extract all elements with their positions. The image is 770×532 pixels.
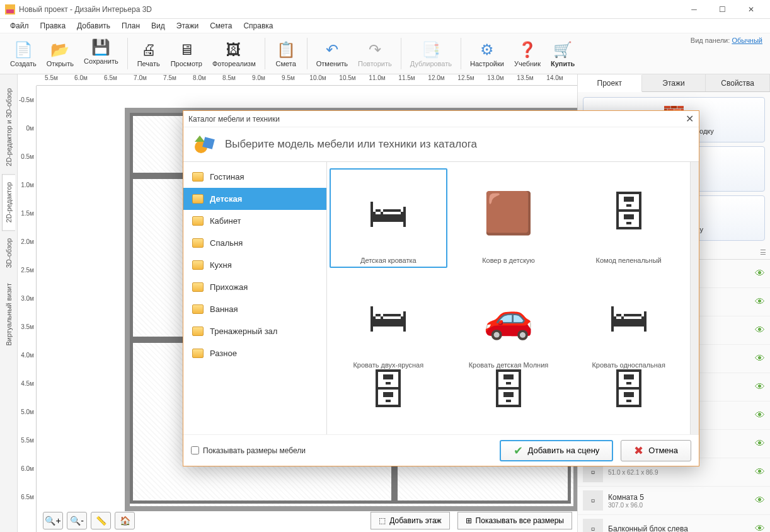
menu-help[interactable]: Справка [238, 20, 278, 32]
category-label: Разное [210, 349, 237, 358]
ruler-horizontal: 5.5м6.0м6.5м7.0м7.5м8.0м8.5м9.0м9.5м10.0… [37, 74, 577, 86]
add-to-scene-button[interactable]: ✔Добавить на сцену [500, 440, 614, 461]
show-sizes-checkbox[interactable]: Показывать размеры мебели [191, 446, 306, 455]
menu-file[interactable]: Файл [5, 20, 34, 32]
cancel-icon: ✖ [634, 444, 643, 458]
visibility-icon[interactable]: 👁 [755, 495, 765, 506]
visibility-icon[interactable]: 👁 [755, 353, 765, 364]
category-item[interactable]: Спальня [183, 232, 326, 254]
tutorial-button[interactable]: ❓Учебник [509, 38, 546, 69]
maximize-button[interactable]: ☐ [708, 0, 737, 19]
tab-floors[interactable]: Этажи [642, 74, 706, 91]
furniture-card[interactable]: 🛏Кровать двух-ярусная [330, 273, 447, 373]
category-item[interactable]: Ванная [183, 298, 326, 320]
open-button[interactable]: 📂Открыть [42, 38, 79, 69]
undo-button[interactable]: ↶Отменить [311, 38, 353, 69]
create-button[interactable]: 📄Создать [5, 38, 42, 69]
show-sizes-button[interactable]: ⊞Показывать все размеры [457, 512, 572, 529]
category-item[interactable]: Кабинет [183, 210, 326, 232]
tab-project[interactable]: Проект [578, 75, 642, 92]
menu-plan[interactable]: План [117, 20, 145, 32]
buy-button[interactable]: 🛒Купить [546, 38, 580, 69]
show-sizes-input[interactable] [191, 446, 199, 454]
furniture-card[interactable]: 🛏Кровать односпальная [570, 273, 687, 373]
vtab-3d[interactable]: 3D-обзор [3, 231, 15, 275]
category-item[interactable]: Прихожая [183, 276, 326, 298]
category-item[interactable]: Разное [183, 342, 326, 364]
item-thumb: ▫ [583, 519, 603, 532]
category-label: Кухня [210, 260, 232, 270]
category-item[interactable]: Тренажерный зал [183, 320, 326, 342]
settings-button[interactable]: ⚙Настройки [465, 38, 509, 69]
visibility-icon[interactable]: 👁 [755, 296, 765, 308]
category-item[interactable]: Детская [183, 188, 326, 210]
floors-icon: ⬚ [379, 516, 386, 525]
add-floor-button[interactable]: ⬚Добавить этаж [371, 512, 449, 529]
list-item[interactable]: ▫Комната 5307.0 x 96.0👁 [578, 487, 770, 515]
vtab-virtual[interactable]: Виртуальный визит [3, 275, 15, 354]
visibility-icon[interactable]: 👁 [755, 268, 765, 279]
furniture-thumb: 🗄 [578, 381, 679, 400]
category-item[interactable]: Гостиная [183, 166, 326, 188]
category-label: Кабинет [210, 216, 241, 226]
tab-properties[interactable]: Свойства [706, 74, 770, 91]
home-button[interactable]: 🏠 [115, 512, 135, 529]
furniture-card[interactable]: 🟫Ковер в детскую [450, 168, 568, 268]
duplicate-button: 📑Дублировать [405, 38, 457, 69]
visibility-icon[interactable]: 👁 [755, 381, 765, 393]
category-item[interactable]: Кухня [183, 254, 326, 276]
minimize-button[interactable]: ─ [680, 0, 708, 19]
vtab-2d[interactable]: 2D-редактор [2, 174, 15, 231]
furniture-card[interactable]: 🚗Кровать детская Молния [450, 273, 568, 373]
menu-edit[interactable]: Правка [35, 20, 71, 32]
print-button[interactable]: 🖨Печать [132, 38, 166, 69]
furniture-card[interactable]: 🗄 [330, 378, 447, 404]
panel-mode-link[interactable]: Обычный [732, 37, 762, 44]
category-label: Гостиная [210, 172, 244, 182]
list-item[interactable]: ▫Балконный блок слева👁 [578, 515, 770, 532]
list-view-icon[interactable]: ☰ [760, 248, 766, 257]
vertical-tabs: 2D-редактор и 3D-обзор 2D-редактор 3D-об… [0, 74, 18, 532]
furniture-card[interactable]: 🛏Детская кроватка [330, 168, 447, 268]
menu-floors[interactable]: Этажи [171, 20, 204, 32]
furniture-thumb: 🟫 [458, 172, 559, 254]
visibility-icon[interactable]: 👁 [755, 438, 765, 449]
catalog-dialog: Каталог мебели и техники ✕ Выберите моде… [183, 110, 699, 466]
furniture-thumb: 🚗 [458, 277, 559, 359]
app-icon [5, 4, 15, 14]
folder-icon [192, 172, 204, 182]
measure-button[interactable]: 📏 [91, 512, 111, 529]
zoom-in-button[interactable]: 🔍+ [43, 512, 63, 529]
save-button[interactable]: 💾Сохранить▾ [79, 36, 124, 72]
furniture-card[interactable]: 🗄 [450, 378, 568, 404]
close-button[interactable]: ✕ [737, 0, 765, 19]
visibility-icon[interactable]: 👁 [755, 466, 765, 478]
visibility-icon[interactable]: 👁 [755, 523, 765, 532]
furniture-thumb: 🛏 [338, 172, 439, 254]
item-size: 51.0 x 62.1 x 86.9 [608, 469, 750, 476]
photo-button[interactable]: 🖼Фотореализм [207, 38, 261, 69]
scrollbar[interactable] [690, 162, 699, 434]
menu-view[interactable]: Вид [146, 20, 170, 32]
furniture-thumb: 🛏 [578, 277, 679, 359]
visibility-icon[interactable]: 👁 [755, 410, 765, 421]
menu-budget[interactable]: Смета [205, 20, 237, 32]
menu-bar: Файл Правка Добавить План Вид Этажи Смет… [0, 19, 770, 33]
preview-button[interactable]: 🖥Просмотр [166, 38, 207, 69]
dialog-close-button[interactable]: ✕ [686, 113, 694, 125]
furniture-card[interactable]: 🗄Комод пеленальный [570, 168, 687, 268]
furniture-thumb: 🗄 [578, 172, 679, 254]
folder-icon [192, 327, 204, 336]
furniture-grid: 🛏Детская кроватка🟫Ковер в детскую🗄Комод … [330, 168, 687, 404]
furniture-card[interactable]: 🗄 [570, 378, 687, 404]
titlebar: Новый проект - Дизайн Интерьера 3D ─ ☐ ✕ [0, 0, 770, 19]
vtab-2d-3d[interactable]: 2D-редактор и 3D-обзор [3, 81, 15, 174]
budget-button[interactable]: 📋Смета [269, 38, 303, 69]
menu-add[interactable]: Добавить [72, 20, 115, 32]
panel-mode: Вид панели: Обычный [691, 37, 762, 44]
visibility-icon[interactable]: 👁 [755, 325, 765, 336]
zoom-out-button[interactable]: 🔍- [67, 512, 87, 529]
cancel-button[interactable]: ✖Отмена [621, 440, 691, 461]
furniture-name: Комод пеленальный [596, 254, 662, 264]
canvas-tools: 🔍+ 🔍- 📏 🏠 [43, 512, 135, 529]
